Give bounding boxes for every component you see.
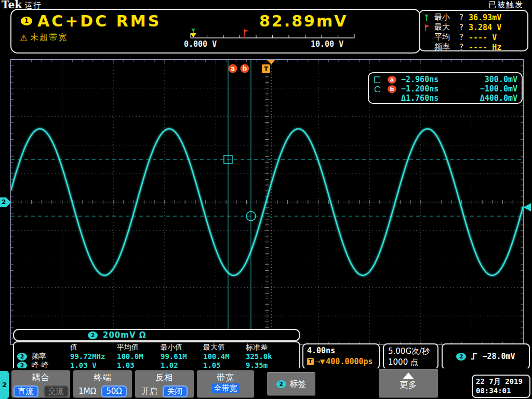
channel-1-badge: 1 — [21, 17, 32, 25]
cursor-readout-box: a −2.960ns 300.0mV b −1.200ns −100.0mV Δ… — [368, 72, 523, 104]
measurement-scale-ruler — [189, 28, 361, 40]
max-marker-icon — [244, 29, 248, 33]
measurement-stats-box: 最小 ? 36.93mV 最大 ? 3.284 V 平均 ? ---- V 频率… — [419, 10, 528, 51]
cursor-b-letter: b — [243, 65, 247, 72]
trigger-delay-value: 400.0000ps — [326, 357, 373, 366]
cursor-b-badge-small: b — [388, 85, 396, 93]
trigger-delay-row: T →▼ 400.0000ps — [307, 357, 379, 366]
time-text: 08:34:01 — [476, 386, 529, 395]
measurement-type: AC+DC RMS — [37, 12, 161, 30]
trigger-level-arrow-icon[interactable] — [523, 203, 531, 211]
delay-arrows-icon: →▼ — [315, 358, 325, 365]
label-text: 标签 — [290, 379, 307, 390]
date-text: 22 7月 2019 — [476, 377, 529, 386]
coupling-ac-option[interactable]: 交流 — [44, 385, 69, 397]
max-flag-icon — [423, 24, 429, 31]
invert-off-option[interactable]: 关闭 — [163, 385, 188, 397]
label-button[interactable]: 2 标签 — [267, 372, 315, 396]
stat-value: ---- Hz — [469, 43, 527, 52]
trigger-box: 2 −28.0mV — [442, 343, 530, 369]
cell: 325.0k — [246, 352, 299, 361]
cursor-delta-time: Δ1.760ns — [401, 94, 455, 103]
channel-2-menu-tab[interactable]: 2 — [0, 371, 9, 399]
cursor-a-time: −2.960ns — [401, 75, 455, 84]
scale-min-label: 0.000 V — [184, 39, 217, 49]
cursor-a-row: a −2.960ns 300.0mV — [374, 75, 517, 84]
stat-label: 最大 — [434, 22, 459, 32]
row-channel-badge: 2 — [17, 353, 27, 361]
stat-question: ? — [459, 23, 469, 32]
cell: 100.0M — [117, 352, 161, 361]
stat-question: ? — [459, 13, 469, 22]
trigger-t-letter: T — [264, 65, 269, 73]
cursor-delta-row: Δ1.760ns Δ400.0mV — [374, 94, 517, 103]
warning-icon: ⚠ — [20, 33, 28, 43]
cursor-a-letter: a — [231, 65, 235, 72]
current-value-marker-icon — [190, 33, 196, 37]
col-value: 值 — [70, 343, 117, 352]
stat-row-freq: 频率 ? ---- Hz — [420, 42, 527, 52]
coupling-dc-option[interactable]: 直流 — [14, 385, 38, 397]
up-arrow-icon — [403, 373, 414, 379]
sample-rate: 5.00G次/秒 — [388, 346, 437, 357]
trigger-position-icon[interactable] — [268, 60, 275, 64]
termination-50ohm-option[interactable]: 50Ω — [101, 385, 127, 397]
col-max: 最大值 — [203, 343, 246, 352]
cell: 99.72MHz — [70, 352, 117, 361]
stat-value: 3.284 V — [469, 23, 527, 32]
col-mean: 平均值 — [117, 343, 161, 352]
invert-title: 反相 — [135, 373, 194, 383]
ruler-ticks — [191, 34, 354, 38]
stat-label: 频率 — [434, 42, 459, 52]
record-length: 1000 点 — [388, 357, 437, 368]
acquisition-box: 5.00G次/秒 1000 点 — [383, 343, 438, 369]
cell: 100.4M — [203, 352, 246, 361]
oscilloscope-screen: Tek 运行 已被触发 1 AC+DC RMS 82.89mV ⚠ 未超带宽 0… — [0, 0, 532, 399]
cursor-a-badge-small: a — [388, 76, 396, 84]
measurement-table: 值 平均值 最小值 最大值 标准差 2 频率 99.72MHz 100.0M 9… — [13, 341, 300, 371]
warning-text: 未超带宽 — [30, 32, 68, 43]
cursor-b-row: b −1.200ns −100.0mV — [374, 84, 517, 94]
more-text: 更多 — [379, 380, 438, 391]
trigger-level-value: −28.0mV — [482, 352, 515, 361]
termination-1m-option[interactable]: 1MΩ — [78, 385, 96, 397]
table-header-row: 值 平均值 最小值 最大值 标准差 — [17, 343, 299, 352]
timebase-scale: 4.00ns — [307, 346, 379, 355]
stat-value: 36.93mV — [469, 13, 527, 22]
trigger-channel-badge: 2 — [456, 353, 466, 361]
invert-on-option[interactable]: 开启 — [142, 385, 157, 397]
stat-row-min: 最小 ? 36.93mV — [420, 12, 527, 22]
bandwidth-full-option[interactable]: 全带宽 — [212, 383, 240, 393]
channel-2-badge: 2 — [88, 331, 98, 339]
bandwidth-title: 带宽 — [197, 373, 254, 383]
trigger-status: 已被触发 — [488, 0, 524, 10]
scale-max-label: 10.00 V — [311, 39, 343, 49]
table-row-frequency: 2 频率 99.72MHz 100.0M 99.61M 100.4M 325.0… — [17, 352, 299, 361]
label-channel-badge: 2 — [276, 380, 286, 388]
cell: 99.61M — [161, 352, 203, 361]
col-min: 最小值 — [161, 343, 203, 352]
measurement-banner: 1 AC+DC RMS 82.89mV ⚠ 未超带宽 0.000 V 10.00… — [10, 9, 421, 54]
invert-button[interactable]: 反相 开启 关闭 — [135, 370, 194, 398]
termination-title: 终端 — [73, 373, 132, 383]
bandwidth-button[interactable]: 带宽 全带宽 — [197, 370, 254, 398]
min-marker-stem — [193, 29, 194, 33]
channel-scale-value: 200mV Ω — [103, 330, 147, 340]
more-button[interactable]: 更多 — [379, 369, 438, 398]
termination-button[interactable]: 终端 1MΩ 50Ω — [73, 370, 132, 398]
stat-row-max: 最大 ? 3.284 V — [420, 22, 527, 32]
cursor-b-volt: −100.0mV — [455, 84, 517, 94]
trigger-t-chip: T — [307, 358, 314, 365]
col-stddev: 标准差 — [246, 343, 299, 352]
bottom-menu-bar: 2 耦合 直流 交流 终端 1MΩ 50Ω 反相 开启 关闭 带宽 — [0, 368, 532, 399]
row-name: 频率 — [32, 352, 70, 361]
rising-edge-icon — [471, 352, 477, 361]
stat-value: ---- V — [469, 33, 527, 42]
cursor-b-circle-icon — [374, 86, 380, 92]
timebase-box: 4.00ns T →▼ 400.0000ps — [302, 343, 380, 369]
coupling-button[interactable]: 耦合 直流 交流 — [11, 370, 70, 398]
cursor-a-volt: 300.0mV — [455, 75, 517, 84]
stat-question: ? — [459, 33, 469, 42]
min-arrow-icon — [423, 15, 429, 21]
channel-2-ground-marker[interactable]: 2 — [0, 197, 11, 207]
